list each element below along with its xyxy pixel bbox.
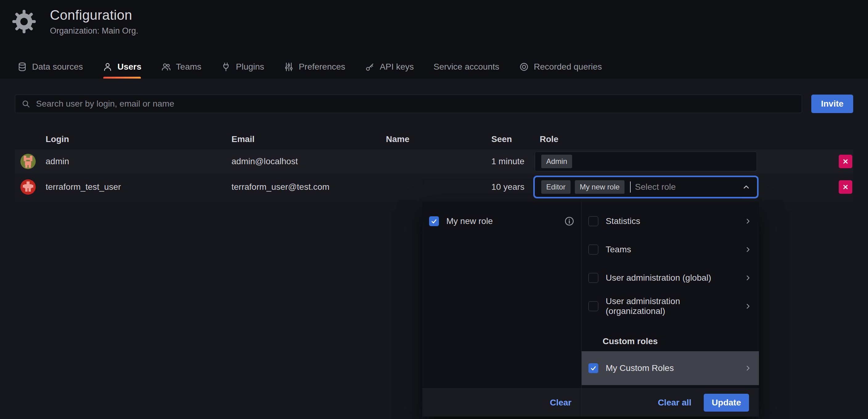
user-icon (103, 62, 113, 72)
role-select-admin[interactable]: Admin (535, 152, 757, 171)
database-icon (17, 62, 27, 72)
check-icon (431, 218, 437, 225)
tab-api-keys[interactable]: API keys (365, 55, 414, 78)
chevron-right-icon (744, 274, 752, 282)
checkbox-checked-icon[interactable] (429, 216, 439, 226)
page-brand: Configuration Organization: Main Org. (12, 7, 138, 36)
column-header-name: Name (386, 134, 491, 144)
search-icon (22, 99, 30, 108)
delete-user-button[interactable] (839, 155, 852, 168)
check-icon (590, 365, 597, 372)
role-picker-dropdown: My new role Clear Statistics (422, 202, 759, 417)
user-email: terraform_user@test.com (231, 182, 386, 192)
role-group-teams[interactable]: Teams (582, 235, 759, 264)
clear-link[interactable]: Clear (550, 398, 571, 408)
users-icon (161, 62, 171, 72)
page-header: Configuration Organization: Main Org. Da… (0, 0, 868, 78)
role-group-my-custom-roles[interactable]: My Custom Roles (582, 351, 759, 385)
users-table-header: Login Email Name Seen Role (15, 129, 853, 149)
role-select-placeholder: Select role (635, 182, 676, 192)
tab-recorded-queries[interactable]: Recorded queries (519, 55, 602, 78)
tab-teams[interactable]: Teams (161, 55, 201, 78)
tab-data-sources[interactable]: Data sources (17, 55, 83, 78)
custom-roles-header: Custom roles (582, 333, 759, 350)
checkbox-unchecked-icon[interactable] (588, 216, 598, 226)
gear-icon (12, 9, 36, 34)
tab-service-accounts[interactable]: Service accounts (434, 55, 499, 78)
search-input-wrap (15, 95, 802, 113)
tab-users[interactable]: Users (103, 55, 142, 78)
chevron-up-icon (742, 183, 750, 191)
clear-all-link[interactable]: Clear all (658, 398, 691, 408)
column-header-seen: Seen (491, 134, 535, 144)
close-icon (841, 157, 849, 165)
role-group-label: User administration (global) (606, 273, 711, 283)
column-header-login: Login (15, 134, 231, 144)
user-email: admin@localhost (231, 157, 386, 166)
key-icon (365, 62, 375, 72)
role-group-label: My Custom Roles (606, 363, 674, 373)
delete-user-button[interactable] (839, 180, 852, 194)
tab-preferences[interactable]: Preferences (284, 55, 345, 78)
invite-button[interactable]: Invite (811, 95, 853, 113)
checkbox-checked-icon[interactable] (588, 363, 598, 373)
chevron-right-icon (744, 364, 752, 372)
role-select-open[interactable]: Editor My new role Select role (535, 177, 757, 197)
update-button[interactable]: Update (704, 394, 749, 412)
text-cursor (630, 182, 631, 193)
role-group-statistics[interactable]: Statistics (582, 207, 759, 235)
role-chip: Editor (541, 180, 570, 194)
role-group-label: Statistics (606, 216, 640, 226)
checkbox-unchecked-icon[interactable] (588, 301, 598, 311)
chevron-right-icon (744, 217, 752, 225)
tab-plugins[interactable]: Plugins (221, 55, 264, 78)
role-option-label: My new role (446, 216, 493, 226)
users-toolbar: Invite (15, 95, 853, 113)
role-group-user-admin-org[interactable]: User administration (organizational) (582, 292, 759, 320)
role-group-label: User administration (organizational) (606, 296, 737, 316)
table-row: admin admin@localhost 1 minute Admin (15, 149, 853, 174)
user-seen: 10 years (491, 182, 535, 192)
info-icon[interactable] (564, 216, 575, 226)
chevron-right-icon (744, 302, 752, 310)
page-subtitle: Organization: Main Org. (50, 26, 138, 36)
table-row: terraform_test_user terraform_user@test.… (15, 174, 853, 200)
role-group-label: Teams (606, 245, 631, 255)
role-option-my-new-role[interactable]: My new role (422, 207, 581, 235)
record-icon (519, 62, 529, 72)
submenu-footer: Clear (422, 388, 581, 417)
checkbox-unchecked-icon[interactable] (588, 245, 598, 255)
sliders-icon (284, 62, 294, 72)
user-login: terraform_test_user (45, 182, 121, 192)
avatar (20, 179, 36, 195)
config-tabs: Data sources Users Teams (17, 55, 602, 78)
page-title: Configuration (50, 7, 138, 23)
role-group-user-admin-global[interactable]: User administration (global) (582, 264, 759, 292)
user-login: admin (45, 157, 69, 166)
checkbox-unchecked-icon[interactable] (588, 273, 598, 283)
chevron-right-icon (744, 246, 752, 254)
users-content: Invite Login Email Name Seen Role admin (0, 78, 868, 419)
user-seen: 1 minute (491, 157, 535, 166)
role-chip: My new role (575, 180, 624, 194)
role-picker-footer: Clear all Update (582, 388, 759, 417)
column-header-role: Role (535, 134, 816, 144)
plug-icon (221, 62, 231, 72)
role-picker-groups: Statistics Teams User administration (gl… (582, 202, 759, 417)
avatar (20, 154, 36, 169)
column-header-email: Email (231, 134, 386, 144)
role-picker-submenu: My new role Clear (422, 202, 582, 417)
close-icon (841, 183, 849, 191)
search-input[interactable] (15, 95, 802, 113)
role-chip: Admin (541, 155, 572, 168)
